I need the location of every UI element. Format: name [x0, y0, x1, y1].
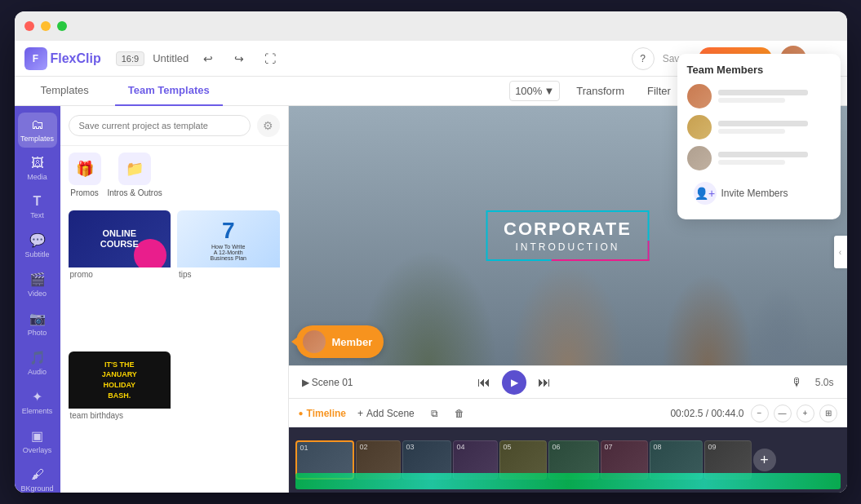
project-name[interactable]: Untitled [153, 52, 189, 64]
sidebar-label-media: Media [27, 173, 47, 181]
tab-templates[interactable]: Templates [28, 77, 102, 106]
corp-text-box: CORPORATE INTRODUCTION [486, 210, 650, 261]
zoom-chevron: ▼ [544, 85, 554, 97]
overlays-icon: ▣ [31, 428, 43, 444]
maximize-button[interactable] [57, 21, 67, 31]
play-button-group: ⏮ ▶ ⏭ [473, 370, 556, 395]
templates-search-input[interactable] [69, 115, 251, 136]
transform-button[interactable]: Transform [570, 82, 631, 100]
aspect-ratio-badge[interactable]: 16:9 [116, 51, 144, 66]
sidebar-item-audio[interactable]: 🎵 Audio [18, 345, 57, 381]
clip-num-06: 06 [553, 443, 561, 451]
clip-num-09: 09 [708, 443, 717, 451]
clip-num-01: 01 [300, 444, 308, 452]
duration-display: 5.0s [815, 377, 834, 388]
timeline-controls: − — + ⊞ [751, 405, 837, 422]
close-button[interactable] [24, 21, 34, 31]
member-name-line-1 [718, 90, 808, 95]
team-member-avatar-1 [687, 84, 712, 108]
fullscreen-button[interactable]: ⛶ [259, 47, 282, 70]
clip-num-04: 04 [457, 443, 465, 451]
templates-panel: ⚙ 🎁 Promos 📁 Intros & Outros [60, 106, 289, 493]
zoom-out-button[interactable]: − [751, 405, 769, 422]
clip-num-05: 05 [504, 443, 512, 451]
member-tooltip: Member [296, 325, 384, 358]
delete-scene-button[interactable]: 🗑 [450, 405, 469, 422]
corporate-subtitle: INTRODUCTION [504, 241, 632, 253]
member-name-line-3 [718, 152, 808, 157]
member-role-line-2 [718, 129, 786, 134]
help-button[interactable]: ? [632, 47, 655, 70]
sidebar-item-overlays[interactable]: ▣ Overlays [18, 423, 57, 459]
sidebar-label-overlays: Overlays [23, 446, 52, 454]
plan-label: tips [177, 267, 280, 281]
minimize-button[interactable] [41, 21, 51, 31]
corporate-intro-overlay: CORPORATE INTRODUCTION [486, 210, 650, 261]
invite-icon: 👤+ [694, 182, 717, 205]
member-role-line-1 [718, 98, 786, 103]
sidebar-label-bkground: BKground [20, 484, 53, 493]
tab-team-templates[interactable]: Team Templates [115, 77, 223, 106]
sidebar-label-elements: Elements [22, 407, 53, 415]
sidebar-label-text: Text [30, 211, 44, 219]
clip-num-02: 02 [360, 443, 368, 451]
intros-outros-icon: 📁 [118, 153, 151, 185]
sidebar-label-audio: Audio [28, 368, 47, 376]
category-intros-outros[interactable]: 📁 Intros & Outros [108, 153, 162, 197]
sidebar-item-bkground[interactable]: 🖌 BKground [18, 462, 57, 493]
team-member-row-3 [687, 146, 831, 170]
add-clip-button[interactable]: + [753, 449, 776, 471]
team-members-popup: Team Members 👤+ [677, 54, 841, 219]
copy-scene-button[interactable]: ⧉ [426, 405, 443, 422]
timeline-label: ● Timeline [299, 408, 347, 419]
sidebar-item-subtitle[interactable]: 💬 Subtitle [18, 228, 57, 263]
template-categories: 🎁 Promos 📁 Intros & Outros [60, 146, 288, 204]
sidebar-item-elements[interactable]: ✦ Elements [18, 384, 57, 420]
mic-button[interactable]: 🎙 [786, 371, 809, 394]
media-icon: 🖼 [31, 156, 44, 170]
play-pause-button[interactable]: ▶ [502, 370, 526, 395]
team-popup-title: Team Members [687, 64, 831, 76]
template-card-online-course[interactable]: ONLINECOURSE promo [69, 210, 171, 345]
fit-timeline-button[interactable]: ⊞ [819, 405, 837, 422]
sidebar-label-subtitle: Subtitle [24, 250, 49, 259]
zoom-in-button[interactable]: + [797, 405, 814, 422]
sidebar-item-photo[interactable]: 📷 Photo [18, 306, 57, 342]
zoom-selector[interactable]: 100% ▼ [509, 81, 560, 101]
category-promos[interactable]: 🎁 Promos [69, 153, 101, 197]
add-scene-button[interactable]: + Add Scene [353, 405, 419, 422]
team-member-row-1 [687, 84, 831, 108]
online-course-text: ONLINECOURSE [100, 228, 139, 250]
skip-back-button[interactable]: ⏮ [473, 371, 495, 394]
member-tooltip-avatar [303, 330, 326, 353]
team-member-info-3 [718, 152, 831, 165]
member-tooltip-name: Member [332, 336, 373, 348]
member-name-line-2 [718, 121, 808, 126]
intros-outros-label: Intros & Outros [108, 188, 162, 197]
filter-button[interactable]: Filter [641, 82, 677, 100]
templates-grid: ONLINECOURSE promo 7 How To WriteA 12-Mo… [60, 204, 288, 493]
sidebar-item-media[interactable]: 🖼 Media [18, 151, 57, 186]
timeline-tracks: 01 02 03 04 05 06 [289, 427, 847, 493]
team-member-avatar-2 [687, 115, 712, 139]
audio-icon: 🎵 [29, 350, 46, 365]
zoom-slider[interactable]: — [774, 405, 792, 422]
template-card-january[interactable]: IT'S THEJANUARYHOLIDAYBASH. team birthda… [69, 351, 171, 486]
template-card-plan[interactable]: 7 How To WriteA 12-MonthBusiness Plan ti… [177, 210, 280, 345]
settings-gear-button[interactable]: ⚙ [257, 114, 280, 137]
bkground-icon: 🖌 [31, 467, 44, 482]
current-time: 00:02.5 / 00:44.0 [670, 408, 743, 419]
team-member-info-1 [718, 90, 831, 103]
undo-button[interactable]: ↩ [197, 47, 220, 70]
redo-button[interactable]: ↪ [228, 47, 251, 70]
sidebar-item-text[interactable]: T Text [18, 189, 57, 224]
templates-search-bar: ⚙ [60, 106, 288, 146]
sidebar-item-video[interactable]: 🎬 Video [18, 267, 57, 303]
logo-icon: F [24, 47, 47, 70]
skip-forward-button[interactable]: ⏭ [533, 371, 556, 394]
invite-members-button[interactable]: 👤+ Invite Members [687, 177, 831, 210]
elements-icon: ✦ [32, 389, 42, 405]
sidebar-label-photo: Photo [28, 329, 47, 337]
sidebar-item-templates[interactable]: 🗂 Templates [18, 113, 57, 148]
text-icon: T [33, 194, 42, 209]
